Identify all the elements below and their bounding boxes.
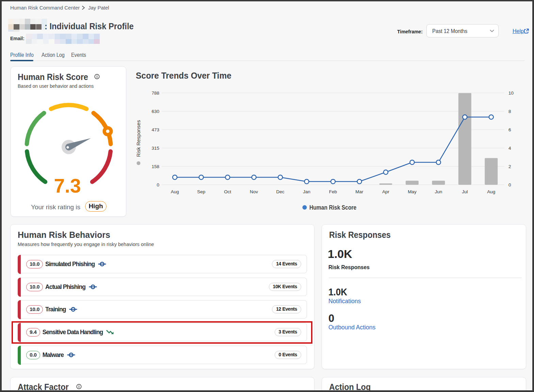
svg-text:Risk Responses: Risk Responses xyxy=(135,120,141,157)
svg-text:8: 8 xyxy=(508,109,511,114)
svg-text:0: 0 xyxy=(508,182,511,187)
svg-text:Apr: Apr xyxy=(382,189,390,194)
svg-text:10: 10 xyxy=(508,91,514,96)
svg-text:Human Risk Score: Human Risk Score xyxy=(309,204,356,211)
svg-text:Jul: Jul xyxy=(462,189,468,194)
svg-text:Oct: Oct xyxy=(224,189,231,194)
svg-text:Aug: Aug xyxy=(487,189,495,194)
svg-text:630: 630 xyxy=(151,109,159,114)
svg-text:Jan: Jan xyxy=(303,189,310,194)
svg-text:May: May xyxy=(408,189,417,194)
svg-text:6: 6 xyxy=(508,127,511,132)
svg-text:Mar: Mar xyxy=(355,189,363,194)
svg-text:0: 0 xyxy=(157,182,159,187)
svg-text:Feb: Feb xyxy=(329,189,337,194)
svg-text:Nov: Nov xyxy=(250,189,258,194)
svg-text:473: 473 xyxy=(151,127,159,132)
svg-text:Dec: Dec xyxy=(276,189,285,194)
svg-text:4: 4 xyxy=(508,146,511,151)
svg-text:Sep: Sep xyxy=(197,189,205,194)
svg-text:2: 2 xyxy=(508,164,511,169)
svg-text:315: 315 xyxy=(151,146,159,151)
svg-text:Jun: Jun xyxy=(435,189,442,194)
svg-text:158: 158 xyxy=(151,164,159,169)
svg-text:788: 788 xyxy=(151,91,159,96)
svg-text:Aug: Aug xyxy=(171,189,179,194)
